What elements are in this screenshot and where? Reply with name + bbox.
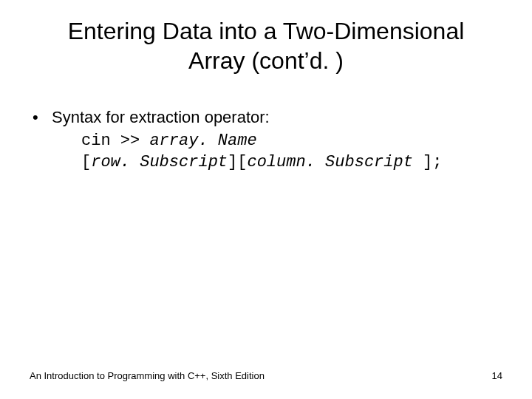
code-cin: cin >> <box>81 132 149 150</box>
code-rowsub: row. Subscript <box>91 153 228 171</box>
code-colsub: column. Subscript <box>247 153 423 171</box>
footer-page-number: 14 <box>492 370 502 381</box>
title-line-2: Array (cont’d. ) <box>188 47 344 74</box>
code-arrayname: array. Name <box>149 132 256 150</box>
title-line-1: Entering Data into a Two-Dimensional <box>68 18 465 44</box>
slide: Entering Data into a Two-Dimensional Arr… <box>0 0 532 399</box>
code-open1: [ <box>81 153 91 171</box>
bullet-item: • Syntax for extraction operator: <box>30 107 502 128</box>
slide-body: • Syntax for extraction operator: cin >>… <box>30 107 502 173</box>
bullet-marker: • <box>30 107 52 128</box>
slide-title: Entering Data into a Two-Dimensional Arr… <box>0 0 532 75</box>
code-line-1: cin >> array. Name <box>81 129 502 151</box>
footer-left: An Introduction to Programming with C++,… <box>30 370 265 381</box>
code-line-2: [row. Subscript][column. Subscript ]; <box>81 151 502 173</box>
code-mid: ][ <box>228 153 247 171</box>
code-block: cin >> array. Name [row. Subscript][colu… <box>81 129 502 173</box>
bullet-text: Syntax for extraction operator: <box>52 107 502 128</box>
code-close: ]; <box>423 153 442 171</box>
